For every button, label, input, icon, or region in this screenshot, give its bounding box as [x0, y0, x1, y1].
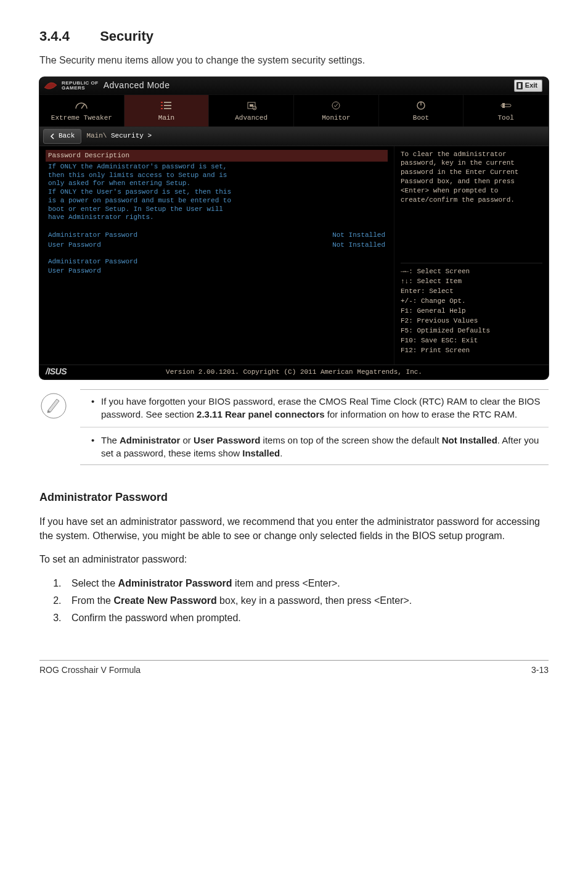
admin-password-lead: To set an administrator password: — [39, 553, 549, 566]
svg-rect-8 — [250, 104, 253, 107]
chip-icon — [211, 100, 291, 111]
list-icon — [127, 100, 206, 111]
tab-advanced[interactable]: Advanced — [209, 95, 294, 126]
breadcrumb: Main\ Security > — [86, 131, 152, 141]
key-line: F1: General Help — [401, 307, 542, 316]
crumb-main: Main\ — [86, 132, 107, 139]
key-line: F12: Print Screen — [401, 346, 542, 356]
mode-label: Advanced Mode — [104, 80, 170, 92]
tab-label: Boot — [382, 113, 461, 123]
tab-label: Monitor — [296, 113, 376, 123]
svg-rect-2 — [164, 102, 171, 103]
note-item: The Administrator or User Password items… — [91, 434, 549, 460]
password-description-text: If ONLY the Administrator's password is … — [46, 163, 388, 222]
tab-extreme-tweaker[interactable]: Extreme Tweaker — [39, 95, 125, 126]
gauge-icon — [42, 100, 121, 111]
tool-icon — [466, 100, 545, 111]
tab-tool[interactable]: Tool — [463, 95, 549, 126]
step-item: Select the Administrator Password item a… — [64, 577, 549, 590]
monitor-icon — [296, 100, 376, 111]
back-button[interactable]: Back — [43, 129, 81, 143]
svg-rect-1 — [161, 102, 163, 103]
note-item: If you have forgotten your BIOS password… — [91, 395, 549, 421]
password-description-row[interactable]: Password Description — [46, 150, 388, 162]
left-pane: Password Description If ONLY the Adminis… — [39, 146, 394, 380]
rog-eye-icon — [43, 81, 58, 90]
key-line: +/-: Change Opt. — [401, 297, 542, 307]
crumb-active: Security > — [107, 132, 152, 139]
power-icon — [382, 100, 461, 111]
bios-version: Version 2.00.1201. Copyright (C) 2011 Am… — [166, 368, 422, 376]
key-line: F5: Optimized Defaults — [401, 326, 542, 336]
footer-product: ROG Crosshair V Formula — [39, 664, 141, 677]
tab-label: Tool — [466, 113, 545, 123]
bios-titlebar: REPUBLIC OF GAMERS Advanced Mode Exit — [39, 77, 549, 95]
tab-label: Advanced — [211, 113, 291, 123]
right-pane: To clear the administrator password, key… — [394, 146, 549, 380]
tab-boot[interactable]: Boot — [379, 95, 464, 126]
admin-password-label: Administrator Password — [48, 231, 137, 240]
rog-logo: REPUBLIC OF GAMERS — [43, 81, 99, 91]
back-label: Back — [59, 131, 75, 141]
menu-user-password[interactable]: User Password — [46, 266, 388, 276]
tab-label: Main — [127, 113, 206, 123]
admin-password-value: Not Installed — [332, 231, 385, 240]
user-password-label: User Password — [48, 241, 101, 250]
key-line: F2: Previous Values — [401, 316, 542, 326]
section-title-text: Security — [100, 28, 153, 44]
intro-paragraph: The Security menu items allow you to cha… — [39, 54, 549, 67]
key-line: F10: Save ESC: Exit — [401, 336, 542, 346]
section-heading: 3.4.4 Security — [39, 27, 549, 46]
admin-password-status: Administrator Password Not Installed — [46, 231, 388, 240]
key-line: ↑↓: Select Item — [401, 277, 542, 287]
exit-label: Exit — [525, 81, 537, 90]
section-number: 3.4.4 — [39, 27, 96, 46]
svg-rect-14 — [502, 103, 505, 108]
key-line: →←: Select Screen — [401, 267, 542, 277]
footer-page-number: 3-13 — [531, 664, 549, 677]
svg-line-0 — [81, 104, 84, 109]
note-block: If you have forgotten your BIOS password… — [39, 389, 549, 465]
exit-icon — [517, 82, 523, 89]
admin-password-heading: Administrator Password — [39, 490, 549, 505]
tab-label: Extreme Tweaker — [42, 113, 121, 123]
svg-rect-6 — [164, 108, 171, 109]
step-item: Confirm the password when prompted. — [64, 611, 549, 625]
brand-bottom: GAMERS — [62, 86, 99, 91]
steps-list: Select the Administrator Password item a… — [39, 577, 549, 625]
tab-strip: Extreme Tweaker Main Advanced Monitor — [39, 95, 549, 126]
bios-footer: /ISUS Version 2.00.1201. Copyright (C) 2… — [39, 365, 549, 379]
key-legend: →←: Select Screen ↑↓: Select Item Enter:… — [401, 263, 542, 355]
exit-button[interactable]: Exit — [514, 80, 542, 91]
breadcrumb-bar: Back Main\ Security > — [39, 126, 549, 146]
context-help: To clear the administrator password, key… — [401, 150, 542, 205]
menu-administrator-password[interactable]: Administrator Password — [46, 257, 388, 266]
key-line: Enter: Select — [401, 287, 542, 297]
tab-main[interactable]: Main — [125, 95, 210, 126]
asus-logo: /ISUS — [46, 366, 67, 378]
note-pencil-icon — [39, 392, 68, 420]
password-description-label: Password Description — [48, 151, 129, 160]
step-item: From the Create New Password box, key in… — [64, 594, 549, 608]
arrow-left-icon — [50, 133, 56, 139]
svg-point-9 — [253, 106, 256, 110]
tab-monitor[interactable]: Monitor — [294, 95, 379, 126]
user-password-value: Not Installed — [332, 241, 385, 250]
admin-password-paragraph: If you have set an administrator passwor… — [39, 515, 549, 543]
page-footer: ROG Crosshair V Formula 3-13 — [39, 660, 549, 677]
user-password-status: User Password Not Installed — [46, 241, 388, 250]
bios-screenshot: REPUBLIC OF GAMERS Advanced Mode Exit Ex… — [39, 77, 549, 379]
svg-rect-5 — [161, 108, 163, 109]
svg-rect-4 — [164, 105, 171, 106]
svg-rect-3 — [161, 105, 163, 106]
